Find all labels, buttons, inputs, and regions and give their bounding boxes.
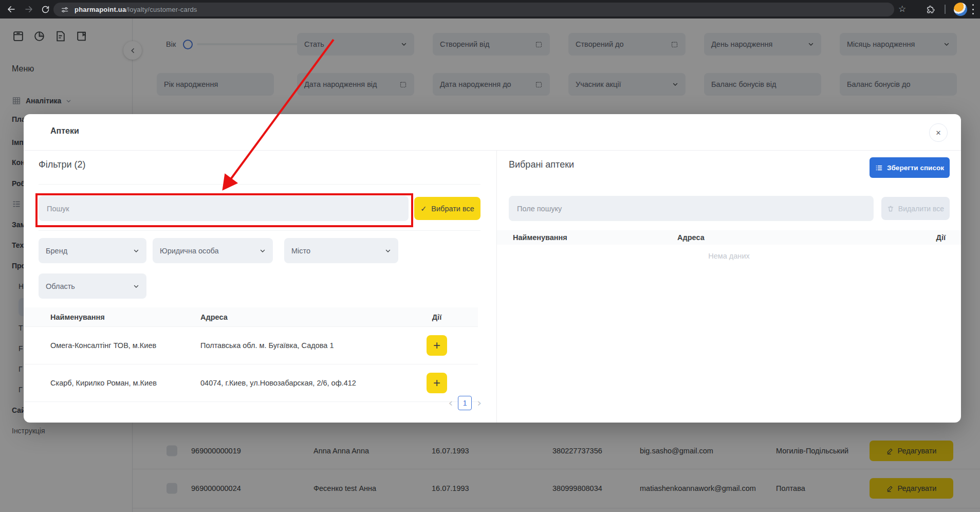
- selected-search-input[interactable]: [509, 196, 874, 221]
- column-header-actions: Дії: [427, 313, 447, 321]
- address-bar[interactable]: pharmapoint.ua/loyalty/customer-cards: [53, 3, 894, 16]
- add-pharmacy-button[interactable]: +: [427, 373, 447, 393]
- pharmacy-row: Омега-Консалтінг ТОВ, м.Киев Полтавська …: [24, 326, 478, 364]
- dropdown-label: Місто: [291, 247, 310, 255]
- divider: [39, 184, 480, 185]
- dropdown-label: Бренд: [46, 247, 67, 255]
- screen: pharmapoint.ua/loyalty/customer-cards ☆ …: [0, 0, 980, 512]
- filters-heading: Фільтри (2): [39, 159, 85, 170]
- divider: [39, 230, 480, 231]
- extensions-icon[interactable]: [924, 3, 936, 15]
- pagination-next-icon[interactable]: ›: [477, 397, 482, 409]
- chevron-down-icon: [385, 248, 391, 254]
- select-all-button[interactable]: ✓ Вибрати все: [414, 197, 480, 220]
- dropdown-label: Юридична особа: [160, 247, 219, 255]
- plus-icon: +: [433, 339, 440, 352]
- region-select[interactable]: Область: [39, 273, 146, 299]
- modal-header: Аптеки ✕: [24, 114, 961, 151]
- profile-avatar[interactable]: [954, 3, 967, 16]
- column-header-name: Найменування: [513, 233, 567, 242]
- save-list-label: Зберегти список: [887, 164, 944, 172]
- pagination-page-1[interactable]: 1: [458, 396, 472, 410]
- pharmacy-table-header: Найменування Адреса Дії: [24, 307, 478, 327]
- url-host: pharmapoint.ua: [75, 6, 126, 13]
- add-pharmacy-button[interactable]: +: [427, 335, 447, 356]
- back-icon[interactable]: [5, 3, 17, 15]
- browser-toolbar: pharmapoint.ua/loyalty/customer-cards ☆: [0, 0, 980, 19]
- site-info-icon[interactable]: [61, 6, 69, 14]
- chevron-down-icon: [133, 283, 139, 289]
- trash-icon: [887, 205, 894, 212]
- pharmacy-row: Скарб, Кирилко Роман, м.Киев 04074, г.Ки…: [24, 364, 478, 402]
- pharmacy-address: Полтавська обл. м. Бугаївка, Садова 1: [200, 341, 334, 350]
- bookmark-star-icon[interactable]: ☆: [898, 4, 906, 15]
- empty-state-text: Нема даних: [497, 252, 961, 260]
- column-header-address: Адреса: [200, 313, 228, 321]
- selected-pharmacies-panel: Вибрані аптеки Зберегти список Видалити …: [497, 150, 961, 423]
- save-list-button[interactable]: Зберегти список: [870, 157, 950, 178]
- column-header-address: Адреса: [677, 233, 705, 242]
- pagination-prev-icon[interactable]: ‹: [448, 397, 453, 409]
- legal-entity-select[interactable]: Юридична особа: [153, 238, 273, 263]
- pharmacies-modal: Аптеки ✕ Фільтри (2) ✓ Вибрати все Бренд…: [24, 114, 961, 423]
- pharmacy-name: Скарб, Кирилко Роман, м.Киев: [50, 379, 157, 387]
- chevron-down-icon: [260, 248, 266, 254]
- filters-panel: Фільтри (2) ✓ Вибрати все Бренд Юридична…: [24, 150, 496, 423]
- plus-icon: +: [433, 377, 440, 389]
- brand-select[interactable]: Бренд: [39, 238, 146, 263]
- menu-dots-icon[interactable]: [972, 4, 974, 14]
- delete-all-button[interactable]: Видалити все: [881, 197, 950, 220]
- dropdown-label: Область: [46, 282, 75, 290]
- pharmacy-name: Омега-Консалтінг ТОВ, м.Киев: [50, 341, 156, 350]
- pharmacy-address: 04074, г.Киев, ул.Новозабарская, 2/6, оф…: [200, 379, 356, 387]
- forward-icon[interactable]: [23, 3, 35, 15]
- toolbar-separator: [945, 5, 946, 14]
- check-icon: ✓: [420, 205, 427, 213]
- chevron-down-icon: [133, 248, 139, 254]
- delete-all-label: Видалити все: [898, 205, 944, 213]
- city-select[interactable]: Місто: [284, 238, 398, 263]
- column-header-actions: Дії: [936, 233, 946, 242]
- pharmacy-search-input[interactable]: [39, 196, 409, 221]
- close-icon: ✕: [936, 129, 941, 137]
- close-button[interactable]: ✕: [929, 123, 948, 142]
- pagination: ‹ 1 ›: [448, 396, 482, 410]
- modal-title: Аптеки: [50, 126, 79, 136]
- selected-table-header: Найменування Адреса Дії: [497, 230, 961, 245]
- reload-icon[interactable]: [39, 3, 51, 15]
- selected-heading: Вибрані аптеки: [509, 159, 574, 170]
- url-path: /loyalty/customer-cards: [126, 6, 197, 13]
- list-icon: [875, 164, 883, 172]
- select-all-label: Вибрати все: [431, 205, 474, 213]
- url-text: pharmapoint.ua/loyalty/customer-cards: [75, 6, 197, 13]
- column-header-name: Найменування: [50, 313, 105, 321]
